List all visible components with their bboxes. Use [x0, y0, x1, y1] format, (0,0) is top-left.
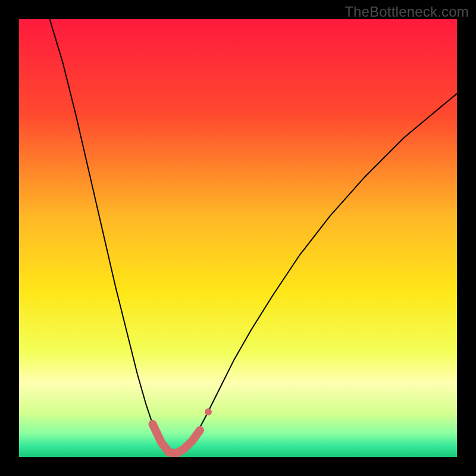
highlight-dot	[205, 408, 212, 415]
chart-svg	[19, 19, 457, 457]
watermark-text: TheBottleneck.com	[345, 4, 469, 20]
chart-frame: TheBottleneck.com	[0, 0, 476, 476]
gradient-background	[19, 19, 457, 457]
plot-area	[19, 19, 457, 457]
